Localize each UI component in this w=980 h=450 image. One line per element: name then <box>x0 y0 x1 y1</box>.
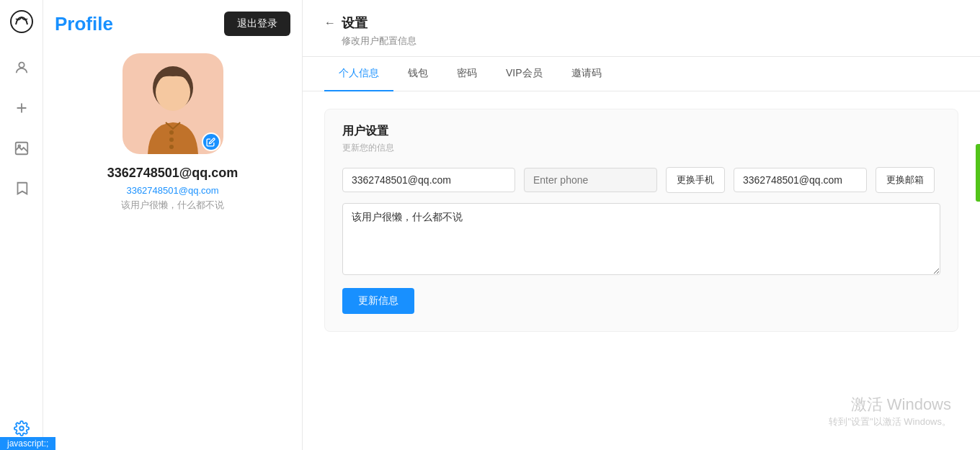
status-bar: javascript:; <box>0 437 55 450</box>
sidebar-gallery-icon[interactable] <box>9 135 35 161</box>
tab-wallet[interactable]: 钱包 <box>393 57 442 91</box>
form-card: 用户设置 更新您的信息 更换手机 更换邮箱 该用户很懒，什么都不说 更新信息 <box>324 109 958 332</box>
sidebar <box>0 0 43 450</box>
tab-password[interactable]: 密码 <box>442 57 491 91</box>
sidebar-plus-icon[interactable] <box>9 95 35 121</box>
profile-header: Profile 退出登录 <box>55 12 290 36</box>
logo[interactable] <box>9 9 35 35</box>
tab-invite[interactable]: 邀请码 <box>557 57 616 91</box>
phone-display-input[interactable] <box>734 168 867 192</box>
change-email-button[interactable]: 更换邮箱 <box>876 167 935 193</box>
profile-panel: Profile 退出登录 <box>43 0 303 450</box>
back-arrow-icon[interactable]: ← <box>324 17 336 30</box>
svg-point-1 <box>19 63 24 68</box>
form-row-contacts: 更换手机 更换邮箱 <box>342 167 940 193</box>
form-card-subtitle: 更新您的信息 <box>342 142 940 154</box>
main-content: ← 设置 修改用户配置信息 个人信息 钱包 密码 VIP会员 邀请码 用户设置 … <box>303 0 980 450</box>
email-input[interactable] <box>342 168 515 192</box>
form-actions: 更新信息 <box>342 278 940 314</box>
form-row-bio: 该用户很懒，什么都不说 <box>342 203 940 278</box>
tab-personal-info[interactable]: 个人信息 <box>324 57 393 91</box>
tab-vip[interactable]: VIP会员 <box>491 57 557 91</box>
svg-point-8 <box>169 138 174 142</box>
svg-point-4 <box>19 426 24 431</box>
svg-point-6 <box>156 73 190 111</box>
page-title: 设置 <box>342 14 368 32</box>
profile-title: Profile <box>55 13 113 35</box>
update-button[interactable]: 更新信息 <box>342 288 414 314</box>
phone-input[interactable] <box>524 168 657 192</box>
tabs-bar: 个人信息 钱包 密码 VIP会员 邀请码 <box>303 57 980 91</box>
sidebar-avatar-icon[interactable] <box>9 55 35 81</box>
change-phone-button[interactable]: 更换手机 <box>666 167 725 193</box>
bio-textarea[interactable]: 该用户很懒，什么都不说 <box>342 203 940 275</box>
page-header: ← 设置 修改用户配置信息 <box>303 0 980 57</box>
form-card-title: 用户设置 <box>342 124 940 139</box>
back-link: ← 设置 <box>324 14 958 32</box>
edit-avatar-badge[interactable] <box>202 132 220 151</box>
logout-button[interactable]: 退出登录 <box>224 12 290 36</box>
svg-point-0 <box>11 11 32 32</box>
avatar-container <box>122 53 223 154</box>
svg-point-3 <box>18 145 20 147</box>
sidebar-bookmark-icon[interactable] <box>9 176 35 202</box>
user-email-primary: 3362748501@qq.com <box>107 166 239 181</box>
svg-point-9 <box>169 145 174 149</box>
user-bio: 该用户很懒，什么都不说 <box>121 199 224 212</box>
page-subtitle: 修改用户配置信息 <box>342 35 958 48</box>
user-email-secondary: 3362748501@qq.com <box>126 185 218 196</box>
green-status-bar <box>976 144 980 202</box>
form-area: 用户设置 更新您的信息 更换手机 更换邮箱 该用户很懒，什么都不说 更新信息 <box>303 91 980 349</box>
svg-point-7 <box>169 130 174 135</box>
